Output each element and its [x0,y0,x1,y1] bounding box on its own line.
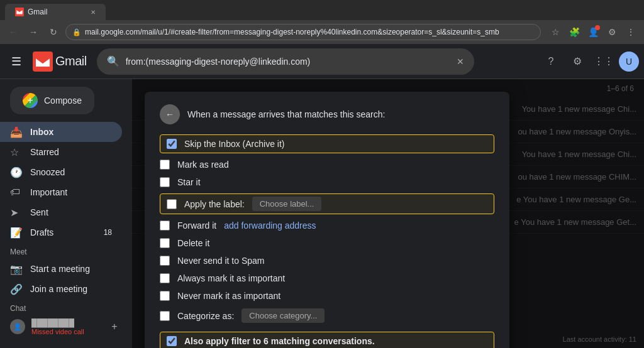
link-icon: 🔗 [10,283,23,295]
chat-add-button[interactable]: + [107,319,122,334]
inbox-label: Inbox [30,127,112,137]
star-it-row: Star it [160,173,494,191]
always-important-label: Always mark it as important [177,273,285,283]
chat-avatar: 👤 [10,319,25,334]
missed-call-text: Missed video call [31,328,84,335]
compose-plus-icon: + [23,93,38,108]
drafts-count: 18 [104,228,112,237]
mark-read-checkbox[interactable] [160,160,170,170]
extensions-puzzle-icon[interactable]: 🧩 [566,24,582,40]
tab-close-btn[interactable]: ✕ [91,9,96,16]
always-important-checkbox[interactable] [160,273,170,283]
menu-button[interactable]: ☰ [5,50,28,73]
never-important-checkbox[interactable] [160,291,170,301]
compose-button[interactable]: + Compose [10,87,94,114]
search-icon: 🔍 [107,55,119,67]
sidebar-item-join-meeting[interactable]: 🔗 Join a meeting [0,279,122,299]
address-bar[interactable]: 🔒 mail.google.com/mail/u/1/#create-filte… [65,24,541,40]
skip-inbox-row: Skip the Inbox (Archive it) [160,134,494,153]
settings-icon[interactable]: ⚙ [566,50,589,73]
sidebar-item-inbox[interactable]: 📥 Inbox [0,122,122,142]
browser-tabs: Gmail ✕ [0,0,644,20]
chat-user-item[interactable]: 👤 ████████ Missed video call + [0,315,132,338]
sent-icon: ➤ [10,207,23,219]
profile-icon[interactable]: 👤 [585,24,601,40]
drafts-label: Drafts [30,227,96,237]
never-important-label: Never mark it as important [177,291,280,301]
tab-label: Gmail [28,8,47,16]
help-icon[interactable]: ? [540,50,562,73]
important-icon: 🏷 [10,187,23,198]
never-spam-label: Never send it to Spam [177,256,265,266]
also-apply-checkbox[interactable] [167,336,177,346]
back-arrow-icon: ← [165,109,174,119]
user-avatar[interactable]: U [619,52,639,72]
delete-row: Delete it [160,234,494,252]
gmail-favicon-icon [15,8,24,16]
sidebar-item-snoozed[interactable]: 🕐 Snoozed [0,162,122,182]
settings-gear-icon[interactable]: ⚙ [604,24,620,40]
choose-category-button[interactable]: Choose category... [242,308,325,323]
svg-rect-0 [15,8,24,16]
gmail-app: ☰ Gmail 🔍 ✕ ? ⚙ ⋮⋮ U + Compose [0,44,644,348]
sidebar-item-drafts[interactable]: 📝 Drafts 18 [0,222,122,242]
always-important-row: Always mark it as important [160,269,494,287]
also-apply-count: 6 [264,336,269,346]
sidebar-item-starred[interactable]: ☆ Starred [0,142,122,162]
skip-inbox-checkbox[interactable] [167,139,177,149]
apply-label-checkbox[interactable] [167,199,177,209]
drafts-icon: 📝 [10,227,23,239]
sent-label: Sent [30,207,112,217]
snoozed-icon: 🕐 [10,166,23,178]
filter-header-text: When a message arrives that matches this… [187,109,385,119]
categorize-row: Categorize as: Choose category... [160,305,494,327]
gmail-logo-text: Gmail [55,54,87,68]
starred-icon: ☆ [10,146,23,158]
browser-tab-gmail[interactable]: Gmail ✕ [5,4,106,20]
add-forwarding-link[interactable]: add forwarding address [224,220,316,231]
sidebar-item-sent[interactable]: ➤ Sent [0,202,122,222]
search-bar[interactable]: 🔍 ✕ [97,48,474,75]
compose-label: Compose [44,95,82,106]
also-apply-row: Also apply filter to 6 matching conversa… [160,332,494,348]
main-content: 1–6 of 6 You have 1 new message Chi... o… [132,79,644,348]
back-button[interactable]: ← [5,24,21,40]
start-meeting-label: Start a meeting [30,264,112,274]
never-spam-checkbox[interactable] [160,256,170,266]
inbox-icon: 📥 [10,126,23,138]
delete-checkbox[interactable] [160,238,170,248]
also-apply-prefix: Also apply filter to [184,336,264,346]
delete-label: Delete it [177,238,209,248]
snoozed-label: Snoozed [30,167,112,177]
grid-apps-icon[interactable]: ⋮⋮ [592,50,615,73]
forward-label: Forward it [177,220,216,231]
also-apply-text: Also apply filter to 6 matching conversa… [184,336,375,346]
forward-checkbox[interactable] [160,220,170,231]
never-spam-row: Never send it to Spam [160,252,494,269]
categorize-checkbox[interactable] [160,311,170,321]
reload-button[interactable]: ↻ [45,24,62,40]
chat-section-title: Chat [0,299,132,315]
search-input[interactable] [126,57,450,67]
chat-user-name: ████████ [31,318,84,327]
skip-inbox-label: Skip the Inbox (Archive it) [184,139,285,149]
filter-dialog: ← When a message arrives that matches th… [145,92,509,348]
filter-back-button[interactable]: ← [160,104,180,124]
mark-read-label: Mark as read [177,160,229,170]
gmail-logo: Gmail [33,52,87,72]
search-clear-icon[interactable]: ✕ [457,57,464,67]
gmail-logo-icon [33,52,53,72]
forward-button[interactable]: → [25,24,42,40]
sidebar-item-start-meeting[interactable]: 📷 Start a meeting [0,259,122,279]
browser-toolbar: ← → ↻ 🔒 mail.google.com/mail/u/1/#create… [0,20,644,44]
star-it-checkbox[interactable] [160,177,170,187]
apply-label-row: Apply the label: Choose label... [160,193,494,214]
choose-label-button[interactable]: Choose label... [252,197,322,211]
apply-label-text: Apply the label: [184,199,245,209]
sidebar-item-important[interactable]: 🏷 Important [0,182,122,202]
bookmark-star-icon[interactable]: ☆ [547,24,564,40]
more-options-icon[interactable]: ⋮ [623,24,639,40]
svg-rect-1 [33,52,53,72]
url-text: mail.google.com/mail/u/1/#create-filter/… [85,28,534,36]
filter-dialog-header: ← When a message arrives that matches th… [160,104,494,124]
